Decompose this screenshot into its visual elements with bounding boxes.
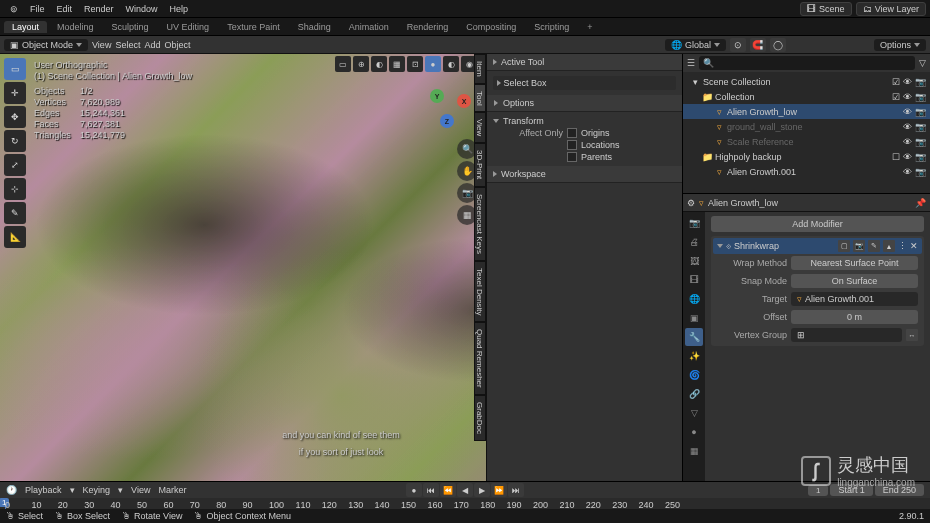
tl-jump-next-icon[interactable]: ⏩ xyxy=(491,483,507,497)
render-icon[interactable]: 📷 xyxy=(915,152,926,162)
tree-row[interactable]: 📁Collection☑👁📷 xyxy=(683,89,930,104)
tl-jump-start-icon[interactable]: ⏮ xyxy=(423,483,439,497)
axis-y[interactable]: Y xyxy=(430,89,444,103)
chk-origins[interactable] xyxy=(567,128,577,138)
tab-uv[interactable]: UV Editing xyxy=(159,21,218,33)
tree-row[interactable]: ▿Alien Growth_low👁📷 xyxy=(683,104,930,119)
props-editor-icon[interactable]: ⚙ xyxy=(687,198,695,208)
vgroup-invert-icon[interactable]: ↔ xyxy=(906,329,918,341)
offset-input[interactable]: 0 m xyxy=(791,310,918,324)
ptab-particles[interactable]: ✨ xyxy=(685,347,703,365)
modifier-name[interactable]: Shrinkwrap xyxy=(734,241,779,251)
tab-shading[interactable]: Shading xyxy=(290,21,339,33)
eye-icon[interactable]: 👁 xyxy=(903,137,912,147)
select-mode-icon[interactable]: ▭ xyxy=(335,56,351,72)
menu-window[interactable]: Window xyxy=(120,4,164,14)
tool-cursor[interactable]: ✛ xyxy=(4,82,26,104)
ntab-texel[interactable]: Texel Density xyxy=(474,261,486,323)
np-active-tool-header[interactable]: Active Tool xyxy=(487,54,682,71)
tool-rotate[interactable]: ↻ xyxy=(4,130,26,152)
tool-select-box[interactable]: ▭ xyxy=(4,58,26,80)
options-dropdown[interactable]: Options xyxy=(874,39,926,51)
snap-mode-select[interactable]: On Surface xyxy=(791,274,918,288)
eye-icon[interactable]: 👁 xyxy=(903,122,912,132)
tab-compositing[interactable]: Compositing xyxy=(458,21,524,33)
mod-render-icon[interactable]: 📷 xyxy=(853,240,865,252)
tab-rendering[interactable]: Rendering xyxy=(399,21,457,33)
ntab-item[interactable]: Item xyxy=(474,54,486,84)
tool-measure[interactable]: 📐 xyxy=(4,226,26,248)
outliner-editor-icon[interactable]: ☰ xyxy=(687,58,695,68)
tl-menu-playback[interactable]: Playback xyxy=(25,485,62,495)
tab-sculpting[interactable]: Sculpting xyxy=(104,21,157,33)
render-icon[interactable]: 📷 xyxy=(915,107,926,117)
gizmo-toggle-icon[interactable]: ⊕ xyxy=(353,56,369,72)
ptab-object[interactable]: ▣ xyxy=(685,309,703,327)
tl-autokey-icon[interactable]: ● xyxy=(406,483,422,497)
tl-jump-end-icon[interactable]: ⏭ xyxy=(508,483,524,497)
np-workspace-header[interactable]: Workspace xyxy=(487,166,682,183)
orientation-selector[interactable]: 🌐Global xyxy=(665,39,726,51)
ptab-modifier[interactable]: 🔧 xyxy=(685,328,703,346)
ntab-tool[interactable]: Tool xyxy=(474,84,486,113)
mod-delete-icon[interactable]: ✕ xyxy=(910,241,918,251)
tool-scale[interactable]: ⤢ xyxy=(4,154,26,176)
exclude-icon[interactable]: ☐ xyxy=(892,152,900,162)
chk-parents[interactable] xyxy=(567,152,577,162)
tab-animation[interactable]: Animation xyxy=(341,21,397,33)
exclude-icon[interactable]: ☑ xyxy=(892,92,900,102)
ntab-screencast[interactable]: Screencast Keys xyxy=(474,187,486,261)
breadcrumb-object[interactable]: Alien Growth_low xyxy=(708,198,778,208)
menu-render[interactable]: Render xyxy=(78,4,120,14)
eye-icon[interactable]: 👁 xyxy=(903,107,912,117)
blender-icon[interactable]: ⊚ xyxy=(4,4,24,14)
tab-layout[interactable]: Layout xyxy=(4,21,47,33)
target-select[interactable]: ▿Alien Growth.001 xyxy=(791,292,918,306)
ptab-viewlayer[interactable]: 🖼 xyxy=(685,252,703,270)
wrap-method-select[interactable]: Nearest Surface Point xyxy=(791,256,918,270)
tab-modeling[interactable]: Modeling xyxy=(49,21,102,33)
ptab-scene[interactable]: 🎞 xyxy=(685,271,703,289)
render-icon[interactable]: 📷 xyxy=(915,167,926,177)
tree-row[interactable]: ▿Scale Reference👁📷 xyxy=(683,134,930,149)
axis-x[interactable]: X xyxy=(457,94,471,108)
xray-icon[interactable]: ▦ xyxy=(389,56,405,72)
tab-texture[interactable]: Texture Paint xyxy=(219,21,288,33)
shading-solid-icon[interactable]: ● xyxy=(425,56,441,72)
ptab-physics[interactable]: 🌀 xyxy=(685,366,703,384)
shading-wire-icon[interactable]: ⊡ xyxy=(407,56,423,72)
tl-play-rev-icon[interactable]: ◀ xyxy=(457,483,473,497)
tl-play-icon[interactable]: ▶ xyxy=(474,483,490,497)
menu-file[interactable]: File xyxy=(24,4,51,14)
tl-menu-marker[interactable]: Marker xyxy=(158,485,186,495)
scene-selector[interactable]: 🎞Scene xyxy=(800,2,852,16)
mod-realtime-icon[interactable]: ▢ xyxy=(838,240,850,252)
axis-z[interactable]: Z xyxy=(440,114,454,128)
shading-material-icon[interactable]: ◐ xyxy=(443,56,459,72)
eye-icon[interactable]: 👁 xyxy=(903,77,912,87)
nav-gizmo[interactable]: X Y Z xyxy=(422,84,472,134)
mode-selector[interactable]: ▣Object Mode xyxy=(4,39,88,51)
np-transform-header[interactable]: Transform xyxy=(493,115,676,127)
outliner-search[interactable]: 🔍 xyxy=(699,56,915,70)
ptab-output[interactable]: 🖨 xyxy=(685,233,703,251)
tool-move[interactable]: ✥ xyxy=(4,106,26,128)
ptab-material[interactable]: ● xyxy=(685,423,703,441)
tree-row[interactable]: ▾Scene Collection☑👁📷 xyxy=(683,74,930,89)
render-icon[interactable]: 📷 xyxy=(915,122,926,132)
ntab-grabdoc[interactable]: GrabDoc xyxy=(474,395,486,441)
eye-icon[interactable]: 👁 xyxy=(903,92,912,102)
np-options-header[interactable]: Options xyxy=(487,95,682,112)
vp-menu-object[interactable]: Object xyxy=(164,40,190,50)
eye-icon[interactable]: 👁 xyxy=(903,152,912,162)
render-icon[interactable]: 📷 xyxy=(915,92,926,102)
tool-transform[interactable]: ⊹ xyxy=(4,178,26,200)
tool-annotate[interactable]: ✎ xyxy=(4,202,26,224)
timeline-editor-icon[interactable]: 🕐 xyxy=(6,485,17,495)
mod-edit-icon[interactable]: ✎ xyxy=(868,240,880,252)
menu-edit[interactable]: Edit xyxy=(51,4,79,14)
tl-menu-view[interactable]: View xyxy=(131,485,150,495)
render-icon[interactable]: 📷 xyxy=(915,137,926,147)
ntab-3dprint[interactable]: 3D-Print xyxy=(474,143,486,186)
ptab-render[interactable]: 📷 xyxy=(685,214,703,232)
